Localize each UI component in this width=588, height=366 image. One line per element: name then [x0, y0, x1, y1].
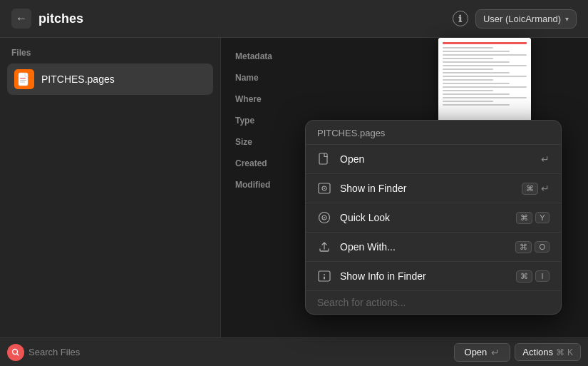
doc-line-15 [443, 97, 527, 98]
svg-rect-11 [319, 271, 330, 281]
return-symbol: ↵ [491, 347, 500, 358]
context-menu: PITCHES.pages Open ↵ [305, 120, 562, 315]
doc-line-10 [443, 79, 493, 81]
doc-line-4 [443, 58, 493, 59]
page-title: pitches [38, 11, 83, 26]
doc-line-13 [443, 90, 493, 91]
file-icon [14, 69, 34, 89]
open-with-icon [317, 240, 331, 254]
actions-button[interactable]: Actions ⌘ K [515, 343, 581, 361]
cmd-symbol: ⌘ [556, 347, 564, 357]
svg-rect-3 [20, 82, 25, 83]
files-section-title: Files [7, 48, 213, 58]
quick-look-icon [317, 210, 331, 225]
type-label: Type [235, 116, 254, 126]
svg-point-12 [324, 274, 325, 275]
show-finder-shortcut: ⌘ ↵ [522, 183, 550, 195]
open-with-label: Open With... [340, 241, 396, 253]
menu-item-quick-look[interactable]: Quick Look ⌘ Y [306, 203, 561, 233]
doc-line-16 [443, 101, 493, 102]
doc-line-3 [443, 54, 527, 56]
menu-item-open[interactable]: Open ↵ [306, 145, 561, 174]
doc-line-11 [443, 83, 510, 84]
menu-item-show-finder[interactable]: Show in Finder ⌘ ↵ [306, 174, 561, 203]
header-right: ℹ User (LoicArmand) ▾ [453, 9, 577, 29]
open-label: Open [340, 153, 364, 165]
open-with-shortcut: ⌘ O [515, 241, 550, 253]
search-label: Search Files [29, 347, 80, 357]
header: ← pitches ℹ User (LoicArmand) ▾ [0, 0, 588, 38]
svg-rect-13 [324, 277, 325, 280]
doc-line-9 [443, 76, 527, 77]
svg-rect-2 [20, 80, 26, 81]
menu-item-open-with[interactable]: Open With... ⌘ O [306, 233, 561, 262]
show-finder-label: Show in Finder [340, 183, 406, 194]
svg-point-10 [324, 217, 325, 218]
doc-line-7 [443, 68, 493, 70]
open-button-label: Open [465, 347, 488, 357]
main-content: Files PITCHES.pages Metadata Name [0, 38, 588, 337]
open-shortcut: ↵ [541, 153, 550, 165]
modified-label: Modified [235, 180, 270, 190]
context-menu-header: PITCHES.pages [306, 121, 561, 145]
quick-look-label: Quick Look [340, 212, 390, 223]
show-info-icon [317, 269, 331, 283]
info-button[interactable]: ℹ [453, 11, 468, 26]
name-label: Name [235, 73, 259, 83]
doc-line-6 [443, 65, 527, 66]
k-key: K [567, 347, 573, 357]
bottom-actions: Open ↵ Actions ⌘ K [454, 343, 581, 362]
doc-line-8 [443, 72, 510, 73]
doc-line-17 [443, 104, 510, 106]
open-file-icon [317, 152, 331, 166]
back-button[interactable]: ← [11, 9, 31, 29]
show-info-label: Show Info in Finder [340, 270, 426, 282]
user-dropdown[interactable]: User (LoicArmand) ▾ [475, 9, 577, 29]
search-icon [7, 344, 24, 361]
bottom-bar: Search Files Open ↵ Actions ⌘ K [0, 337, 588, 366]
metadata-label: Metadata [235, 51, 272, 61]
header-left: ← pitches [11, 9, 83, 29]
size-label: Size [235, 137, 252, 147]
svg-point-7 [324, 188, 325, 189]
actions-button-label: Actions [522, 347, 553, 357]
open-button[interactable]: Open ↵ [454, 343, 511, 362]
doc-line-14 [443, 93, 510, 95]
content-area: Metadata Name Where Type Size Created Mo… [221, 38, 588, 337]
chevron-down-icon: ▾ [565, 15, 569, 23]
quick-look-shortcut: ⌘ Y [516, 212, 550, 224]
file-name-label: PITCHES.pages [41, 73, 115, 85]
where-label: Where [235, 94, 262, 104]
svg-rect-1 [20, 78, 26, 78]
file-list-item[interactable]: PITCHES.pages [7, 63, 213, 95]
created-label: Created [235, 158, 267, 168]
svg-rect-4 [319, 153, 327, 164]
sidebar: Files PITCHES.pages [0, 38, 221, 337]
user-label: User (LoicArmand) [483, 14, 561, 24]
doc-line-red [443, 42, 527, 44]
context-search-area[interactable] [306, 290, 561, 314]
menu-item-show-info[interactable]: Show Info in Finder ⌘ I [306, 262, 561, 290]
show-info-shortcut: ⌘ I [516, 270, 550, 283]
doc-line-5 [443, 61, 510, 63]
doc-line-1 [443, 47, 493, 49]
doc-line-2 [443, 51, 510, 52]
svg-rect-0 [19, 73, 28, 86]
search-area: Search Files [7, 344, 454, 361]
finder-icon [317, 181, 331, 195]
context-search-input[interactable] [317, 297, 550, 308]
doc-line-12 [443, 86, 527, 88]
